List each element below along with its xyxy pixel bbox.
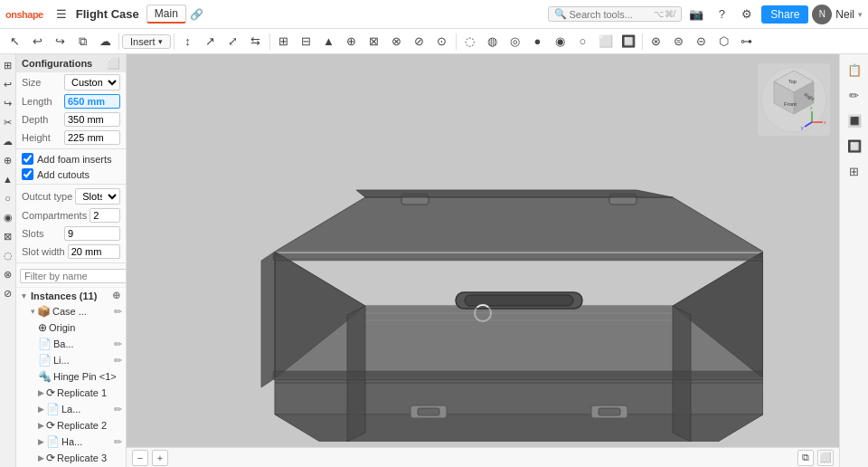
toolbar-t15[interactable]: ◎	[505, 31, 526, 52]
share-button[interactable]: Share	[761, 5, 808, 24]
toolbar-upload[interactable]: ☁	[94, 31, 116, 52]
toolbar-t11[interactable]: ⊘	[409, 31, 430, 52]
toolbar-undo[interactable]: ↩	[26, 31, 48, 52]
filter-input[interactable]	[20, 269, 127, 283]
tree-item-rep2[interactable]: ▶ ⟳ Replicate 2	[16, 417, 126, 434]
toolbar-t25[interactable]: ⊶	[736, 31, 758, 52]
hamburger-button[interactable]: ☰	[51, 4, 72, 25]
tree-item-origin[interactable]: ⊕ Origin	[16, 319, 126, 336]
tree-item-li[interactable]: 📄 Li... ✏	[16, 352, 126, 368]
left-icon-2[interactable]: ↩	[1, 75, 15, 93]
right-icon-5[interactable]: ⊞	[843, 159, 866, 183]
toolbar-redo[interactable]: ↪	[49, 31, 71, 52]
canvas-area[interactable]: Front Top Right x z y − + ⧉ ⬜	[127, 54, 839, 467]
la-action[interactable]: ✏	[114, 404, 122, 415]
left-icon-8[interactable]: ○	[1, 189, 15, 207]
right-icon-3[interactable]: 🔳	[843, 109, 866, 132]
fullscreen-button[interactable]: ⬜	[817, 450, 834, 466]
tab-main[interactable]: Main	[146, 5, 186, 24]
toolbar-t4[interactable]: ⇆	[245, 31, 267, 52]
help-icon[interactable]: ?	[711, 4, 732, 25]
search-input[interactable]	[570, 9, 651, 20]
slot-width-input[interactable]	[68, 244, 120, 259]
ha-icon: 📄	[46, 435, 60, 448]
rep1-caret: ▶	[38, 388, 44, 397]
toolbar-t16[interactable]: ●	[527, 31, 549, 52]
case-action[interactable]: ✏	[114, 306, 122, 318]
left-icon-9[interactable]: ◉	[1, 208, 15, 226]
depth-row: Depth	[16, 110, 126, 129]
zoom-in-button[interactable]: +	[152, 450, 168, 466]
slots-input[interactable]	[64, 226, 120, 241]
link-icon[interactable]: 🔗	[190, 8, 203, 21]
li-action[interactable]: ✏	[114, 355, 122, 367]
length-input[interactable]	[64, 94, 120, 109]
toolbar-t23[interactable]: ⊝	[691, 31, 712, 52]
size-dropdown[interactable]: Custom	[64, 74, 120, 91]
tree-item-ha[interactable]: ▶ 📄 Ha... ✏	[16, 434, 126, 450]
cube-nav[interactable]: Front Top Right x z y	[758, 63, 830, 136]
left-icon-4[interactable]: ✂	[1, 113, 15, 131]
slots-row: Slots	[16, 224, 126, 243]
left-icon-11[interactable]: ◌	[1, 246, 15, 264]
outcut-type-dropdown[interactable]: Slots	[75, 188, 120, 205]
toolbar-t13[interactable]: ◌	[459, 31, 481, 52]
toolbar-copy[interactable]: ⧉	[71, 31, 93, 52]
toolbar-t24[interactable]: ⬡	[713, 31, 735, 52]
instances-add-icon[interactable]: ⊕	[112, 290, 120, 301]
toolbar-select[interactable]: ↖	[4, 31, 25, 52]
compartments-input[interactable]	[90, 208, 120, 223]
toolbar-t2[interactable]: ↗	[200, 31, 222, 52]
toolbar-t10[interactable]: ⊗	[386, 31, 408, 52]
view-mode-button[interactable]: ⧉	[797, 450, 814, 466]
toolbar-t6[interactable]: ⊟	[296, 31, 317, 52]
ba-action[interactable]: ✏	[114, 338, 122, 350]
toolbar-t9[interactable]: ⊠	[363, 31, 385, 52]
left-icon-3[interactable]: ↪	[1, 94, 15, 112]
left-icon-1[interactable]: ⊞	[1, 56, 15, 74]
left-icon-6[interactable]: ⊕	[1, 151, 15, 169]
left-icon-10[interactable]: ⊠	[1, 227, 15, 245]
depth-input[interactable]	[64, 112, 120, 127]
toolbar-t8[interactable]: ⊕	[341, 31, 363, 52]
toolbar-t3[interactable]: ⤢	[222, 31, 244, 52]
tree-item-la[interactable]: ▶ 📄 La... ✏	[16, 401, 126, 417]
toolbar-t17[interactable]: ◉	[550, 31, 571, 52]
compartments-label: Compartments	[22, 210, 87, 221]
right-icon-1[interactable]: 📋	[843, 58, 866, 81]
toolbar-t14[interactable]: ◍	[482, 31, 504, 52]
toolbar-t21[interactable]: ⊛	[646, 31, 667, 52]
height-input[interactable]	[64, 130, 120, 145]
toolbar-t1[interactable]: ↕	[177, 31, 199, 52]
instances-header[interactable]: ▾ Instances (11) ⊕	[16, 288, 126, 303]
rep2-caret: ▶	[38, 421, 44, 430]
tree-item-hinge[interactable]: 🔩 Hinge Pin <1>	[16, 368, 126, 385]
configurations-section[interactable]: Configurations ⬜	[16, 54, 126, 72]
zoom-out-button[interactable]: −	[132, 450, 148, 466]
left-icon-13[interactable]: ⊘	[1, 284, 15, 302]
toolbar-t20[interactable]: 🔲	[618, 31, 639, 52]
toolbar-t18[interactable]: ○	[572, 31, 594, 52]
right-icon-4[interactable]: 🔲	[843, 134, 866, 157]
height-label: Height	[22, 132, 61, 143]
tree-item-ba[interactable]: 📄 Ba... ✏	[16, 336, 126, 352]
left-icon-12[interactable]: ⊗	[1, 265, 15, 283]
settings-icon[interactable]: ⚙	[736, 4, 758, 25]
cutouts-checkbox[interactable]	[22, 168, 33, 180]
right-icon-2[interactable]: ✏	[843, 83, 866, 107]
tree-item-rep1[interactable]: ▶ ⟳ Replicate 1	[16, 385, 126, 401]
foam-checkbox[interactable]	[22, 153, 33, 165]
toolbar-t19[interactable]: ⬜	[595, 31, 617, 52]
left-icon-7[interactable]: ▲	[1, 170, 15, 188]
camera-icon[interactable]: 📷	[685, 4, 707, 25]
ha-action[interactable]: ✏	[114, 436, 122, 448]
toolbar-t5[interactable]: ⊞	[273, 31, 295, 52]
insert-button[interactable]: Insert ▾	[122, 34, 171, 49]
tree-item-case[interactable]: ▾ 📦 Case ... ✏	[16, 303, 126, 319]
tree-item-rep3[interactable]: ▶ ⟳ Replicate 3	[16, 450, 126, 466]
toolbar-t12[interactable]: ⊙	[431, 31, 453, 52]
toolbar-t22[interactable]: ⊜	[668, 31, 690, 52]
toolbar-t7[interactable]: ▲	[318, 31, 340, 52]
left-icon-5[interactable]: ☁	[1, 132, 15, 150]
user-caret-icon[interactable]: ▾	[858, 10, 863, 19]
